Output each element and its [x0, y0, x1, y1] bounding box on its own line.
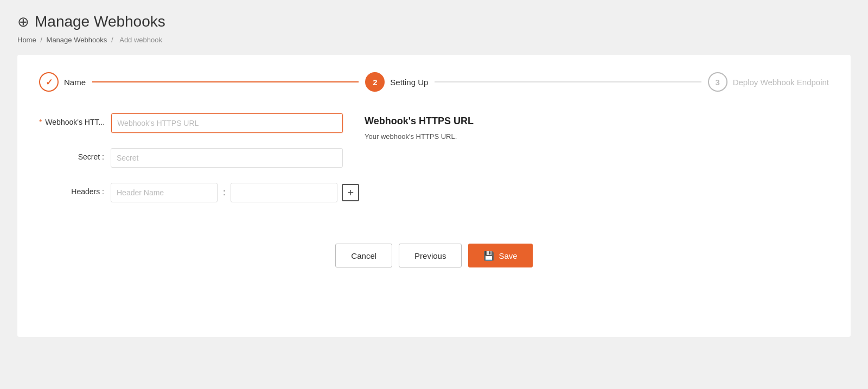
- step-3: 3 Deploy Webhook Endpoint: [708, 72, 829, 92]
- previous-button[interactable]: Previous: [399, 244, 462, 267]
- headers-label: Headers :: [39, 183, 104, 196]
- webhook-url-label: * Webhook's HTT...: [39, 113, 105, 126]
- breadcrumb-add-webhook: Add webhook: [119, 36, 162, 44]
- colon-separator: :: [222, 188, 226, 197]
- secret-label: Secret :: [39, 148, 104, 161]
- webhook-url-row: * Webhook's HTT...: [39, 113, 343, 133]
- form-left: * Webhook's HTT... Secret : Headers : :: [39, 113, 343, 218]
- step-line-1: [92, 81, 359, 82]
- page-title: Manage Webhooks: [35, 13, 165, 30]
- breadcrumb-sep-1: /: [40, 36, 42, 44]
- cancel-button[interactable]: Cancel: [335, 244, 392, 267]
- info-panel: Webhook's HTTPS URL Your webhook's HTTPS…: [365, 113, 527, 218]
- checkmark-icon: ✓: [46, 77, 53, 87]
- globe-icon: ⊕: [17, 14, 29, 30]
- secret-row: Secret :: [39, 148, 343, 168]
- headers-inputs: : +: [111, 183, 359, 202]
- stepper: ✓ Name 2 Setting Up 3 Deploy Webhook End…: [39, 72, 829, 92]
- secret-input[interactable]: [111, 148, 343, 168]
- step-1: ✓ Name: [39, 72, 86, 92]
- save-icon: 💾: [483, 251, 494, 261]
- action-row: Cancel Previous 💾 Save: [39, 244, 829, 267]
- info-description: Your webhook's HTTPS URL.: [365, 131, 527, 142]
- step-line-2: [435, 81, 701, 82]
- breadcrumb-sep-2: /: [111, 36, 113, 44]
- breadcrumb-manage-webhooks[interactable]: Manage Webhooks: [47, 36, 107, 44]
- step-2-circle: 2: [365, 72, 385, 92]
- form-section: * Webhook's HTT... Secret : Headers : :: [39, 113, 829, 218]
- step-1-circle: ✓: [39, 72, 59, 92]
- plus-icon: +: [348, 187, 354, 199]
- step-2-label: Setting Up: [390, 78, 428, 87]
- info-title: Webhook's HTTPS URL: [365, 116, 527, 127]
- step-2: 2 Setting Up: [365, 72, 428, 92]
- main-card: ✓ Name 2 Setting Up 3 Deploy Webhook End…: [17, 55, 851, 337]
- step-2-number: 2: [373, 78, 377, 87]
- required-star: *: [39, 118, 42, 126]
- add-header-button[interactable]: +: [342, 184, 359, 201]
- step-3-label: Deploy Webhook Endpoint: [733, 78, 829, 87]
- headers-row-container: Headers : : +: [39, 183, 343, 202]
- save-label: Save: [499, 251, 517, 260]
- page-header: ⊕ Manage Webhooks: [17, 13, 851, 30]
- save-button[interactable]: 💾 Save: [468, 244, 532, 267]
- breadcrumb-home[interactable]: Home: [17, 36, 36, 44]
- header-name-input[interactable]: [111, 183, 218, 202]
- step-3-circle: 3: [708, 72, 727, 92]
- step-1-label: Name: [64, 78, 86, 87]
- webhook-url-input[interactable]: [111, 113, 343, 133]
- step-3-number: 3: [715, 78, 719, 87]
- header-value-input[interactable]: [231, 183, 337, 202]
- breadcrumb: Home / Manage Webhooks / Add webhook: [17, 36, 851, 44]
